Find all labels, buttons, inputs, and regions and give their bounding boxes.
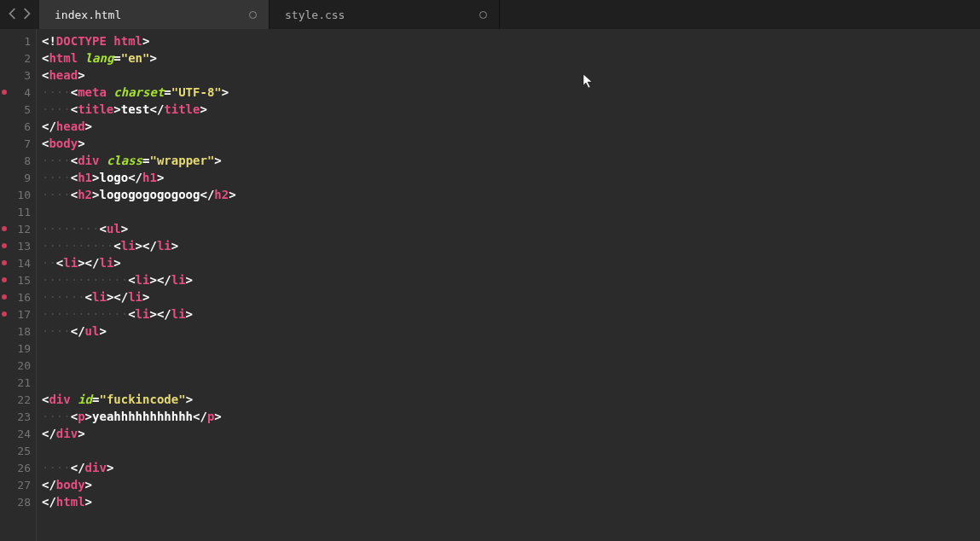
gutter-line[interactable]: 3 [0,67,36,84]
line-number: 7 [24,137,31,150]
code-line[interactable] [42,442,980,459]
code-line[interactable] [42,203,980,220]
gutter-line[interactable]: 11 [0,203,36,220]
gutter: 1234567891011121314151617181920212223242… [0,29,36,541]
line-number: 28 [17,496,31,509]
gutter-line[interactable]: 9 [0,169,36,186]
line-number: 5 [24,103,31,116]
gutter-line[interactable]: 19 [0,340,36,357]
code-line[interactable]: </head> [42,118,980,135]
line-number: 8 [24,154,31,167]
gutter-line[interactable]: 7 [0,135,36,152]
code-line[interactable]: ····<h2>logogogogogoog</h2> [42,186,980,203]
line-number: 2 [24,52,31,65]
tab-label: index.html [55,9,121,21]
gutter-line[interactable]: 5 [0,101,36,118]
gutter-line[interactable]: 26 [0,459,36,476]
gutter-line[interactable]: 14 [0,254,36,271]
gutter-line[interactable]: 20 [0,357,36,374]
line-number: 12 [17,223,31,236]
line-number: 16 [17,291,31,304]
line-number: 1 [24,35,31,48]
code-line[interactable]: ······<li></li> [42,288,980,305]
editor-area: 1234567891011121314151617181920212223242… [0,29,980,541]
code-line[interactable]: ············<li></li> [42,305,980,323]
code-line[interactable]: ············<li></li> [42,271,980,288]
line-number: 20 [17,359,31,372]
nav-arrows [0,8,39,22]
code-line[interactable]: ····<title>test</title> [42,101,980,118]
gutter-line[interactable]: 1 [0,32,36,49]
line-number: 17 [17,308,31,321]
modified-dot-icon [249,11,257,19]
code-line[interactable] [42,357,980,374]
code-line[interactable]: </html> [42,493,980,510]
line-number: 25 [17,445,31,457]
line-number: 9 [24,172,31,184]
gutter-line[interactable]: 25 [0,442,36,459]
line-number: 11 [17,206,31,218]
gutter-line[interactable]: 23 [0,408,36,425]
line-number: 23 [17,410,31,423]
gutter-line[interactable]: 22 [0,391,36,408]
line-number: 26 [17,462,31,474]
modified-line-icon [2,277,7,282]
gutter-line[interactable]: 10 [0,186,36,203]
code-line[interactable]: <!DOCTYPE html> [42,32,980,49]
code-line[interactable]: ····<p>yeahhhhhhhhhhh</p> [42,408,980,425]
code-line[interactable]: <div id="fuckincode"> [42,391,980,408]
code-line[interactable]: </body> [42,476,980,493]
gutter-line[interactable]: 27 [0,476,36,493]
gutter-line[interactable]: 13 [0,237,36,254]
line-number: 14 [17,257,31,270]
tab-index-html[interactable]: index.html [39,0,270,29]
modified-line-icon [2,311,7,317]
code-line[interactable]: ····<div class="wrapper"> [42,152,980,169]
gutter-line[interactable]: 6 [0,118,36,135]
line-number: 21 [17,376,31,389]
gutter-line[interactable]: 16 [0,288,36,305]
line-number: 22 [17,393,31,406]
tab-label: style.css [285,9,345,21]
gutter-line[interactable]: 18 [0,323,36,340]
code-line[interactable]: ····</ul> [42,323,980,340]
modified-line-icon [2,294,7,300]
line-number: 18 [17,325,31,338]
code-area[interactable]: <!DOCTYPE html><html lang="en"><head>···… [36,29,980,541]
code-line[interactable]: <head> [42,67,980,84]
code-line[interactable] [42,340,980,357]
code-line[interactable]: ··<li></li> [42,254,980,271]
nav-back-icon[interactable] [9,8,17,22]
code-line[interactable]: ····</div> [42,459,980,476]
gutter-line[interactable]: 8 [0,152,36,169]
line-number: 27 [17,479,31,492]
gutter-line[interactable]: 12 [0,220,36,237]
code-line[interactable]: <html lang="en"> [42,49,980,67]
gutter-line[interactable]: 15 [0,271,36,288]
code-line[interactable]: ····<h1>logo</h1> [42,169,980,186]
nav-forward-icon[interactable] [22,8,31,22]
line-number: 15 [17,274,31,287]
code-line[interactable]: ········<ul> [42,220,980,237]
line-number: 4 [24,86,31,99]
modified-dot-icon [479,11,487,19]
gutter-line[interactable]: 21 [0,374,36,391]
code-line[interactable]: ··········<li></li> [42,237,980,254]
modified-line-icon [2,226,7,231]
code-line[interactable]: ····<meta charset="UTF-8"> [42,84,980,101]
gutter-line[interactable]: 24 [0,425,36,442]
code-line[interactable]: <body> [42,135,980,152]
gutter-line[interactable]: 28 [0,493,36,510]
gutter-line[interactable]: 17 [0,305,36,323]
line-number: 24 [17,428,31,440]
line-number: 10 [17,189,31,201]
modified-line-icon [2,243,7,248]
code-line[interactable] [42,374,980,391]
gutter-line[interactable]: 4 [0,84,36,101]
modified-line-icon [2,260,7,265]
line-number: 19 [17,342,31,355]
line-number: 13 [17,240,31,253]
gutter-line[interactable]: 2 [0,49,36,67]
code-line[interactable]: </div> [42,425,980,442]
tab-style-css[interactable]: style.css [270,0,500,29]
